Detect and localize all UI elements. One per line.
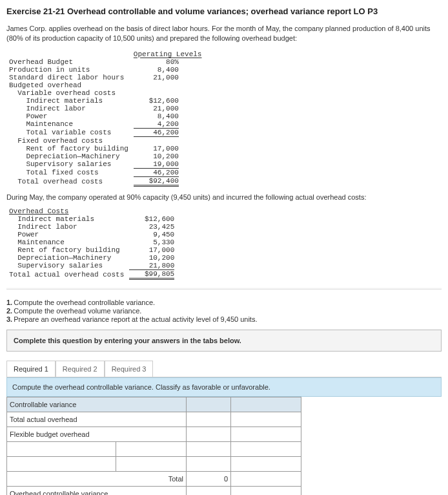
row-label: Supervisory salaries: [6, 262, 127, 270]
answer-tabs: Required 1 Required 2 Required 3: [6, 361, 442, 377]
row-label: Rent of factory building: [6, 145, 131, 153]
input-cell[interactable]: [187, 427, 231, 441]
q-text: Compute the overhead controllable varian…: [14, 299, 155, 306]
work-total-label: Total: [7, 471, 187, 486]
input-cell[interactable]: [187, 456, 231, 471]
row-value: 80%: [134, 58, 179, 66]
row-label: Power: [6, 112, 131, 120]
row-label: Total variable costs: [6, 129, 131, 137]
row-label: Indirect materials: [6, 215, 127, 223]
exercise-title: Exercise 21-21 Overhead controllable and…: [6, 6, 442, 16]
tab-required-3[interactable]: Required 3: [105, 361, 154, 377]
row-value: 21,000: [134, 74, 179, 81]
input-cell[interactable]: [7, 441, 116, 456]
work-ocv-label: Overhead controllable variance: [7, 486, 187, 495]
row-label: Indirect labor: [6, 223, 127, 231]
row-value: 23,425: [129, 223, 174, 231]
actual-header: Overhead Costs: [6, 207, 127, 215]
intro-text: James Corp. applies overhead on the basi…: [6, 24, 442, 44]
tab-required-2[interactable]: Required 2: [56, 361, 105, 377]
row-label: Total fixed costs: [6, 169, 131, 177]
row-value: $12,600: [129, 215, 174, 223]
controllable-variance-table: Controllable variance Total actual overh…: [6, 397, 301, 495]
row-value: 8,400: [134, 112, 179, 120]
row-value: 4,200: [134, 120, 179, 129]
row-label: Standard direct labor hours: [6, 74, 131, 81]
work-header: Controllable variance: [7, 397, 187, 412]
row-label: Overhead Budget: [6, 58, 131, 66]
input-cell[interactable]: [116, 456, 187, 471]
row-label: Indirect materials: [6, 97, 131, 105]
row-label: Depreciation—Machinery: [6, 254, 127, 262]
input-cell[interactable]: [187, 412, 231, 427]
q-num: 1.: [6, 299, 12, 306]
row-value: $92,400: [134, 177, 179, 187]
operating-levels-header: Operating Levels: [134, 50, 202, 58]
row-value: 17,000: [134, 145, 179, 153]
row-label: Budgeted overhead: [6, 81, 131, 89]
row-label: Fixed overhead costs: [6, 137, 131, 145]
row-label: Indirect labor: [6, 105, 131, 112]
input-cell[interactable]: [116, 441, 187, 456]
input-cell[interactable]: [187, 441, 231, 456]
row-label: Maintenance: [6, 120, 131, 129]
row-label: Depreciation—Machinery: [6, 153, 131, 160]
row-value: 46,200: [134, 129, 179, 137]
row-label: Power: [6, 231, 127, 238]
tab-required-1[interactable]: Required 1: [6, 361, 56, 377]
instruction-panel: Complete this question by entering your …: [6, 330, 442, 352]
row-value: 19,000: [134, 160, 179, 169]
row-value: 46,200: [134, 169, 179, 177]
actual-overhead-table: Overhead Costs Indirect materials$12,600…: [6, 207, 177, 280]
tab-instruction: Compute the overhead controllable varian…: [6, 377, 442, 397]
row-label: Variable overhead costs: [6, 89, 131, 97]
row-value: 17,000: [129, 246, 174, 254]
row-label: Total overhead costs: [6, 177, 131, 187]
work-total-value: 0: [187, 471, 231, 486]
row-value: 5,330: [129, 238, 174, 246]
row-value: 21,000: [134, 105, 179, 112]
row-value: 10,200: [134, 153, 179, 160]
row-label: Rent of factory building: [6, 246, 127, 254]
row-value: 10,200: [129, 254, 174, 262]
row-label: Supervisory salaries: [6, 160, 131, 169]
input-cell[interactable]: [231, 486, 301, 495]
q-num: 2.: [6, 307, 12, 315]
input-cell[interactable]: [7, 456, 116, 471]
row-value: 9,450: [129, 231, 174, 238]
row-value: $99,805: [129, 270, 174, 280]
input-cell[interactable]: [187, 486, 231, 495]
mid-paragraph: During May, the company operated at 90% …: [6, 193, 442, 201]
row-label: Total actual overhead costs: [6, 270, 127, 280]
q-text: Compute the overhead volume variance.: [14, 307, 141, 315]
work-row-label: Flexible budget overhead: [7, 427, 187, 441]
q-num: 3.: [6, 315, 12, 323]
row-value: 8,400: [134, 66, 179, 74]
overhead-budget-table: Operating Levels Overhead Budget80% Prod…: [6, 50, 204, 187]
row-value: 21,800: [129, 262, 174, 270]
row-label: Production in units: [6, 66, 131, 74]
q-text: Prepare an overhead variance report at t…: [14, 315, 257, 323]
row-label: Maintenance: [6, 238, 127, 246]
question-list: 1.Compute the overhead controllable vari…: [6, 299, 442, 323]
work-row-label: Total actual overhead: [7, 412, 187, 427]
row-value: $12,600: [134, 97, 179, 105]
